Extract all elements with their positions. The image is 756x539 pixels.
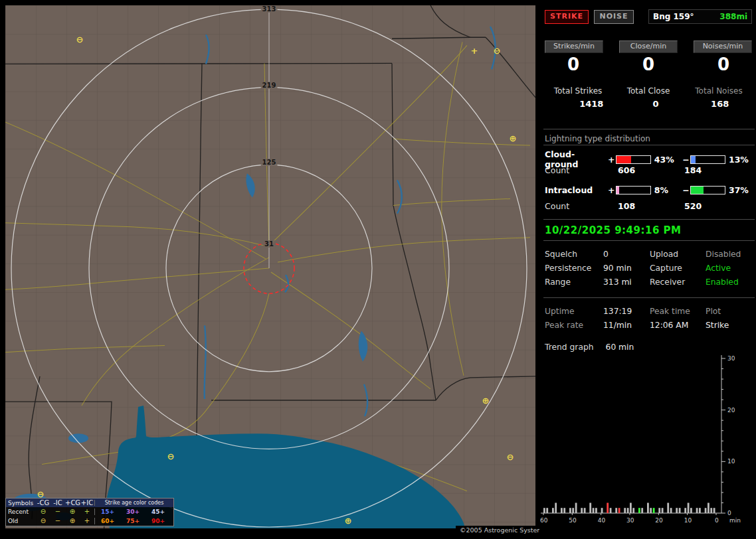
minus-sign: − xyxy=(682,155,691,165)
legend-symbols-title: Symbols xyxy=(6,500,36,506)
range-value: 313 mi xyxy=(603,277,650,287)
minus-percent: 37% xyxy=(725,185,752,195)
minus-ic-icon: − xyxy=(50,518,65,524)
legend-header: Symbols -CG -IC +CG +IC Strike age color… xyxy=(6,499,173,507)
row-name: Intracloud xyxy=(545,185,607,195)
strike-symbol: ⊕ xyxy=(510,134,517,143)
trend-graph-window: 60 min xyxy=(606,343,634,352)
svg-text:30: 30 xyxy=(626,517,634,524)
peak-time-value: 12:06 AM xyxy=(650,321,706,330)
plus-ic-icon: + xyxy=(80,508,94,515)
minus-count: 520 xyxy=(684,201,702,211)
upload-status: Disabled xyxy=(706,250,752,259)
svg-text:60: 60 xyxy=(540,517,548,524)
total-close-value: 0 xyxy=(624,99,688,109)
age-badge: 90+ xyxy=(145,518,171,524)
legend-row-label: Recent xyxy=(6,508,36,515)
trend-graph: 30201006050403020100min xyxy=(539,352,756,531)
legend-col-pic: +IC xyxy=(80,500,94,506)
legend-row-recent: Recent ⊖ − ⊕ + 15+ 30+ 45+ xyxy=(6,507,173,516)
noises-per-min-value: 0 xyxy=(695,56,752,73)
strike-symbol: ⊖ xyxy=(37,490,45,499)
plus-sign: + xyxy=(607,155,616,165)
total-strikes-value: 1418 xyxy=(559,99,624,109)
plus-cg-icon: ⊕ xyxy=(65,508,80,515)
minus-percent: 13% xyxy=(725,155,752,165)
persistence-value: 90 min xyxy=(603,264,650,273)
range-ring-label: 31 xyxy=(263,240,275,248)
svg-text:40: 40 xyxy=(598,517,606,524)
svg-text:50: 50 xyxy=(569,517,577,524)
svg-text:min: min xyxy=(729,517,741,524)
strike-symbol: ⊕ xyxy=(345,516,352,525)
svg-text:0: 0 xyxy=(715,517,719,524)
plus-count: 606 xyxy=(618,165,684,175)
plus-percent-bar xyxy=(616,186,651,194)
legend-age-title: Strike age color codes xyxy=(94,500,173,506)
age-badge: 45+ xyxy=(145,508,171,515)
minus-percent-bar xyxy=(690,186,725,194)
strike-symbol: ⊖ xyxy=(76,35,84,44)
close-per-min-button[interactable]: Close/min xyxy=(619,40,678,53)
age-badge: 60+ xyxy=(94,518,120,524)
legend-row-label: Old xyxy=(6,518,36,524)
intracloud-counts: Count 108 520 xyxy=(545,201,752,211)
status-panel: STRIKE NOISE Bng 159° 388mi Strikes/min … xyxy=(539,0,756,539)
legend-col--cg: -CG xyxy=(36,500,50,506)
strike-symbol: ⊕ xyxy=(482,396,490,405)
squelch-value: 0 xyxy=(603,250,650,259)
strike-symbol: ⊖ xyxy=(167,452,175,461)
bearing-readout: Bng 159° 388mi xyxy=(648,9,752,24)
receiver-label: Receiver xyxy=(650,277,706,287)
svg-text:30: 30 xyxy=(727,355,735,362)
strike-button[interactable]: STRIKE xyxy=(545,10,589,24)
strike-symbol: ⊖ xyxy=(507,453,514,461)
close-per-min-value: 0 xyxy=(620,56,677,73)
persistence-label: Persistence xyxy=(545,264,603,273)
age-badge: 15+ xyxy=(94,508,120,515)
noise-button[interactable]: NOISE xyxy=(594,10,634,24)
strikes-per-min-value: 0 xyxy=(545,56,602,73)
strikes-per-min-button[interactable]: Strikes/min xyxy=(545,40,603,53)
count-label: Count xyxy=(545,201,618,211)
total-noises-label: Total Noises xyxy=(686,86,752,96)
strike-symbol: ⊖ xyxy=(494,46,501,55)
peak-rate-value: 11/min xyxy=(603,321,650,330)
copyright-notice: ©2005 Astrogenic Systems xyxy=(456,526,551,535)
distribution-title: Lightning type distribution xyxy=(545,134,752,143)
svg-text:0: 0 xyxy=(727,510,731,516)
minus-percent-bar xyxy=(690,155,725,164)
minus-sign: − xyxy=(682,185,691,195)
range-ring-label: 313 xyxy=(261,5,278,13)
plus-percent-bar xyxy=(616,155,651,164)
cloud-ground-counts: Count 606 184 xyxy=(545,165,752,175)
peak-rate-label: Peak rate xyxy=(545,321,603,330)
age-badge: 30+ xyxy=(120,508,145,515)
noises-per-min-button[interactable]: Noises/min xyxy=(694,40,752,53)
range-ring-label: 125 xyxy=(261,159,278,166)
bearing-distance: 388mi xyxy=(719,12,747,21)
svg-text:10: 10 xyxy=(684,517,692,524)
upload-label: Upload xyxy=(650,250,706,259)
range-label: Range xyxy=(545,277,603,287)
bearing-label: Bng 159° xyxy=(653,12,694,21)
uptime-value: 137:19 xyxy=(603,307,650,316)
strike-map[interactable]: 313 219 125 31 ⊖+⊖⊕⊕⊖⊖⊕⊖ Symbols -CG -IC… xyxy=(5,5,535,528)
total-strikes-label: Total Strikes xyxy=(545,86,611,96)
receiver-status: Enabled xyxy=(706,277,752,287)
symbol-legend: Symbols -CG -IC +CG +IC Strike age color… xyxy=(5,498,174,526)
total-close-label: Total Close xyxy=(615,86,682,96)
count-label: Count xyxy=(545,165,618,175)
strike-symbol: + xyxy=(471,46,478,55)
age-badge: 75+ xyxy=(120,518,145,524)
plus-sign: + xyxy=(607,185,616,195)
plot-label: Plot xyxy=(706,307,752,316)
minus-cg-icon: ⊖ xyxy=(36,508,50,515)
settings-grid: Squelch 0 Upload Disabled Persistence 90… xyxy=(545,250,752,287)
plus-percent: 8% xyxy=(651,185,682,195)
uptime-label: Uptime xyxy=(545,307,603,316)
legend-row-old: Old ⊖ − ⊕ + 60+ 75+ 90+ xyxy=(6,516,173,526)
intracloud-row: Intracloud + 8% − 37% xyxy=(545,185,752,195)
plus-count: 108 xyxy=(618,201,684,211)
svg-text:20: 20 xyxy=(727,407,735,414)
